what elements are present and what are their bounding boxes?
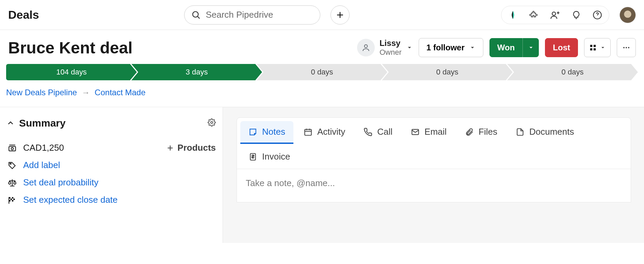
svg-rect-11	[594, 45, 596, 47]
note-icon	[248, 128, 257, 136]
lost-button[interactable]: Lost	[545, 38, 578, 57]
svg-rect-29	[11, 198, 12, 200]
svg-point-15	[626, 47, 627, 48]
pipeline-stage[interactable]: 0 days	[382, 64, 513, 80]
owner-chip[interactable]: Lissy Owner	[357, 38, 413, 57]
tab-notes[interactable]: Notes	[240, 121, 293, 144]
paperclip-icon	[465, 128, 474, 136]
main-content: Summary CAD1,250 Products Add label	[0, 107, 644, 243]
svg-rect-30	[13, 198, 15, 200]
plus-icon	[166, 144, 174, 152]
breadcrumb-pipeline-link[interactable]: New Deals Pipeline	[6, 88, 77, 97]
pipeline-stage[interactable]: 3 days	[131, 64, 262, 80]
tab-invoice[interactable]: Invoice	[240, 146, 298, 169]
pipeline-stage[interactable]: 0 days	[257, 64, 387, 80]
svg-rect-12	[590, 48, 592, 50]
note-input-area[interactable]	[237, 169, 631, 202]
deal-header: Bruce Kent deal Lissy Owner 1 follower W…	[0, 30, 644, 64]
top-nav: Deals	[0, 0, 644, 30]
won-dropdown[interactable]	[522, 38, 539, 57]
tab-files[interactable]: Files	[457, 121, 505, 144]
tips-icon[interactable]	[569, 8, 583, 22]
owner-text: Lissy Owner	[380, 38, 402, 57]
extensions-icon[interactable]	[527, 8, 541, 22]
svg-point-17	[211, 121, 213, 123]
flag-icon	[7, 196, 18, 204]
gear-icon	[208, 118, 216, 127]
svg-rect-13	[594, 48, 596, 50]
svg-line-1	[198, 16, 200, 18]
activity-panel: Notes Activity Call Email Files	[223, 107, 644, 243]
breadcrumb: New Deals Pipeline → Contact Made	[0, 80, 644, 107]
invite-user-icon[interactable]	[548, 8, 562, 22]
person-icon	[357, 39, 375, 56]
pipeline-stages: 104 days 3 days 0 days 0 days 0 days	[0, 64, 644, 80]
add-label-link[interactable]: Add label	[7, 156, 216, 174]
phone-icon	[364, 128, 372, 136]
svg-rect-19	[9, 146, 16, 151]
grid-icon	[589, 44, 597, 51]
assistant-icon[interactable]	[506, 8, 520, 22]
money-icon	[7, 144, 18, 152]
caret-down-icon	[469, 45, 476, 51]
svg-rect-10	[590, 45, 592, 47]
chevron-right-icon: →	[82, 88, 90, 97]
svg-point-14	[623, 47, 625, 48]
tabs-card: Notes Activity Call Email Files	[237, 117, 631, 202]
calendar-icon	[304, 128, 312, 136]
breadcrumb-stage-link[interactable]: Contact Made	[95, 88, 145, 97]
deal-title[interactable]: Bruce Kent deal	[8, 38, 132, 57]
caret-down-icon	[600, 45, 606, 50]
invoice-icon	[248, 152, 257, 161]
note-input[interactable]	[246, 178, 622, 188]
tab-documents[interactable]: Documents	[508, 121, 582, 144]
won-split-button: Won	[489, 38, 539, 57]
won-button[interactable]: Won	[489, 38, 523, 57]
svg-rect-32	[12, 200, 13, 201]
tag-icon	[7, 161, 18, 170]
add-button[interactable]	[331, 5, 350, 24]
summary-header[interactable]: Summary	[7, 117, 216, 129]
help-icon[interactable]	[591, 8, 604, 22]
svg-point-20	[11, 147, 14, 150]
products-link[interactable]: Products	[166, 143, 216, 153]
chevron-up-icon	[7, 119, 14, 127]
deal-value: CAD1,250	[23, 143, 64, 153]
document-icon	[516, 128, 525, 136]
summary-panel: Summary CAD1,250 Products Add label	[0, 107, 223, 243]
svg-point-0	[193, 12, 198, 17]
mail-icon	[411, 128, 420, 136]
layout-button[interactable]	[584, 38, 611, 57]
pipeline-stage[interactable]: 0 days	[507, 64, 638, 80]
plus-icon	[336, 11, 344, 19]
tab-call[interactable]: Call	[355, 121, 401, 144]
svg-rect-34	[305, 129, 311, 135]
more-horizontal-icon	[622, 44, 630, 52]
more-actions-button[interactable]	[617, 38, 636, 57]
followers-button[interactable]: 1 follower	[419, 38, 483, 57]
pipeline-stage[interactable]: 104 days	[6, 64, 137, 80]
svg-rect-28	[12, 197, 13, 198]
set-probability-link[interactable]: Set deal probability	[7, 174, 216, 191]
search-icon	[191, 10, 201, 20]
set-close-date-link[interactable]: Set expected close date	[7, 191, 216, 209]
deal-value-row[interactable]: CAD1,250 Products	[7, 139, 216, 156]
followers-label: 1 follower	[426, 43, 465, 52]
summary-settings[interactable]	[208, 118, 216, 128]
user-avatar[interactable]	[619, 7, 636, 23]
svg-point-16	[628, 47, 629, 48]
owner-role: Owner	[380, 48, 402, 57]
app-title: Deals	[8, 8, 39, 21]
tab-email[interactable]: Email	[403, 121, 455, 144]
search-input[interactable]	[206, 10, 313, 20]
summary-title: Summary	[19, 117, 66, 129]
search-field[interactable]	[184, 5, 320, 24]
nav-icon-group	[501, 6, 609, 24]
scale-icon	[7, 178, 18, 187]
svg-point-9	[365, 45, 368, 48]
tab-activity[interactable]: Activity	[295, 121, 353, 144]
svg-point-23	[10, 163, 11, 164]
caret-down-icon	[406, 45, 413, 51]
caret-down-icon	[528, 45, 534, 51]
owner-name: Lissy	[380, 38, 402, 48]
